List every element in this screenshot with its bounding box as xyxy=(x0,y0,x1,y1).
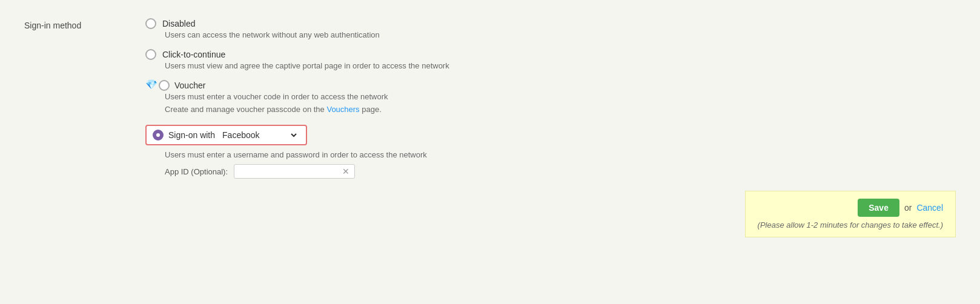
save-row: Save or Cancel xyxy=(858,199,943,217)
radio-click-to-continue[interactable] xyxy=(145,49,156,60)
save-button[interactable]: Save xyxy=(858,199,899,217)
signon-dropdown[interactable]: Facebook Google Twitter Local credential… xyxy=(220,130,299,140)
or-text: or xyxy=(904,203,912,213)
option-voucher-desc: Users must enter a voucher code in order… xyxy=(165,92,956,101)
option-voucher-desc2: Create and manage voucher passcode on th… xyxy=(165,105,956,114)
option-ctc-label[interactable]: Click-to-continue xyxy=(145,49,225,60)
option-disabled: Disabled Users can access the network wi… xyxy=(145,18,956,43)
radio-disabled[interactable] xyxy=(145,18,156,29)
bottom-area: Save or Cancel (Please allow 1-2 minutes… xyxy=(145,191,956,237)
signon-desc: Users must enter a username and password… xyxy=(165,150,956,159)
option-ctc-desc: Users must view and agree the captive po… xyxy=(165,61,956,70)
options-column: Disabled Users can access the network wi… xyxy=(145,18,956,237)
option-disabled-desc: Users can access the network without any… xyxy=(165,30,956,39)
app-id-clear-button[interactable]: ✕ xyxy=(341,167,351,176)
app-id-row: App ID (Optional): ✕ xyxy=(165,164,956,179)
diamond-icon: 💎 xyxy=(145,80,156,91)
radio-signon[interactable] xyxy=(153,130,164,140)
option-click-to-continue: Click-to-continue Users must view and ag… xyxy=(145,49,956,74)
signon-box: Sign-on with Facebook Google Twitter Loc… xyxy=(145,125,307,145)
section-label: Sign-in method xyxy=(24,18,121,30)
option-voucher-label[interactable]: Voucher xyxy=(159,80,205,91)
signon-with-label: Sign-on with xyxy=(168,130,215,140)
option-disabled-label[interactable]: Disabled xyxy=(145,18,195,29)
save-panel: Save or Cancel (Please allow 1-2 minutes… xyxy=(745,191,956,237)
app-id-input-wrap: ✕ xyxy=(234,164,355,179)
option-signon: Sign-on with Facebook Google Twitter Loc… xyxy=(145,125,956,179)
notice-text: (Please allow 1-2 minutes for changes to… xyxy=(758,220,943,230)
radio-voucher[interactable] xyxy=(159,80,170,91)
signin-method-section: Sign-in method Disabled Users can access… xyxy=(24,18,956,237)
cancel-link[interactable]: Cancel xyxy=(916,203,943,213)
option-voucher: 💎 Voucher Users must enter a voucher cod… xyxy=(145,80,956,119)
app-id-input[interactable] xyxy=(238,167,341,176)
app-id-label: App ID (Optional): xyxy=(165,167,228,176)
vouchers-link[interactable]: Vouchers xyxy=(326,105,359,114)
